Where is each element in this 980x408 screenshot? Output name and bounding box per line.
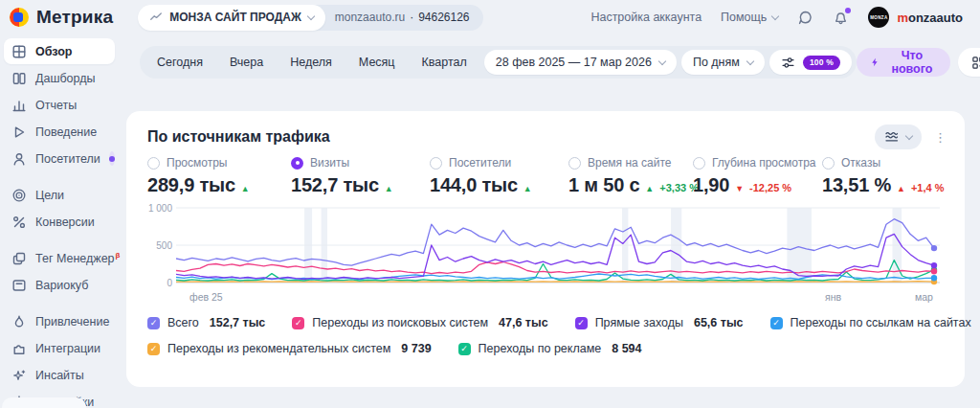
metric-visits[interactable]: Визиты 152,7 тыс▲ [291, 155, 430, 196]
metric-bounces[interactable]: Отказы 13,51 %▲+1,4 % [822, 155, 944, 196]
whats-new-button[interactable]: Что нового [857, 48, 950, 77]
sidebar-item-label: Дашборды [35, 72, 96, 85]
dot-separator: · [410, 11, 413, 24]
legend-label: Переходы по рекламе [479, 342, 602, 355]
range-yesterday[interactable]: Вчера [217, 56, 276, 69]
top-header: Метрика МОНЗА САЙТ ПРОДАЖ monzaauto.ru ·… [0, 0, 980, 34]
granularity-value: По дням [693, 56, 740, 69]
counter-domain[interactable]: monzaauto.ru [335, 11, 405, 24]
metrics-row: Просмотры 289,9 тыс▲ Визиты 152,7 тыс▲ П… [147, 155, 944, 196]
legend-item-search[interactable]: ✓ Переходы из поисковых систем 47,6 тыс [292, 316, 547, 329]
trend-up-icon: ▲ [645, 184, 654, 193]
legend-item-ads[interactable]: ✓ Переходы по рекламе 8 594 [458, 342, 642, 355]
trend-line-icon [149, 11, 163, 24]
sidebar-item-variocube[interactable]: Вариокуб [4, 272, 115, 298]
metric-time-on-site[interactable]: Время на сайте 1 м 50 с▲+3,33 % [568, 155, 693, 196]
sidebar-item-label: Интеграции [35, 342, 100, 355]
range-week[interactable]: Неделя [278, 56, 345, 69]
sidebar-item-insights[interactable]: Инсайты [4, 362, 115, 388]
sidebar-item-visitors[interactable]: Посетители [4, 146, 115, 171]
tag-manager-icon [11, 251, 27, 266]
sidebar-item-dashboards[interactable]: Дашборды [4, 65, 115, 91]
radio-on-icon[interactable] [291, 157, 303, 170]
legend-item-recommendations[interactable]: ✓ Переходы из рекомендательных систем 9 … [147, 342, 432, 355]
sidebar-item-tag-manager[interactable]: Тег Менеджерβ [4, 245, 115, 271]
checkbox-checked-icon: ✓ [575, 317, 588, 329]
checkbox-checked-icon: ✓ [770, 317, 783, 329]
legend-item-links[interactable]: ✓ Переходы по ссылкам на сайтах 12,4 тыс [770, 316, 980, 329]
chevron-down-icon [746, 57, 754, 64]
chart-canvas [176, 204, 940, 286]
metric-label: Отказы [841, 156, 880, 170]
counter-dropdown[interactable]: МОНЗА САЙТ ПРОДАЖ [138, 5, 325, 31]
sidebar-footer-panel [2, 397, 86, 408]
account-settings-link[interactable]: Настройка аккаунта [590, 11, 702, 24]
sidebar-item-integrations[interactable]: Интеграции [4, 335, 115, 361]
chat-button[interactable] [797, 10, 813, 26]
radio-off-icon[interactable] [822, 157, 835, 170]
trend-up-icon: ▲ [241, 184, 250, 193]
radio-off-icon[interactable] [147, 157, 160, 170]
metric-pageviews[interactable]: Просмотры 289,9 тыс▲ [147, 155, 291, 196]
legend-item-direct[interactable]: ✓ Прямые заходы 65,6 тыс [575, 316, 744, 329]
y-tick-label: 0 [167, 278, 172, 288]
add-button[interactable]: Добавить [958, 48, 980, 77]
line-chart[interactable] [176, 204, 940, 286]
legend-item-total[interactable]: ✓ Всего 152,7 тыс [147, 316, 265, 329]
sidebar-item-goals[interactable]: Цели [4, 182, 115, 208]
sampling-button[interactable]: 100 % [769, 50, 852, 75]
sparkle-icon [11, 368, 27, 383]
x-axis-labels: фев 25янвмар [180, 288, 944, 304]
check-icon: ✓ [150, 318, 158, 328]
check-icon: ✓ [772, 318, 780, 328]
metrica-logo[interactable]: Метрика [10, 7, 113, 28]
card-kebab-button[interactable]: ⋮ [931, 130, 949, 145]
help-menu[interactable]: Помощь [721, 11, 778, 24]
metric-label: Посетители [449, 156, 511, 170]
grid-icon [11, 44, 27, 59]
sidebar-item-label: Привлечение [35, 315, 109, 329]
app-name: Метрика [36, 7, 113, 28]
legend-label: Всего [167, 316, 199, 329]
sidebar-item-label: Инсайты [35, 369, 84, 382]
checkbox-checked-icon: ✓ [147, 317, 160, 329]
puzzle-icon [11, 341, 27, 356]
granularity-select[interactable]: По дням [681, 50, 765, 75]
trend-up-icon: ▲ [523, 184, 532, 193]
date-range-picker[interactable]: 28 фев 2025 — 17 мар 2026 [484, 50, 677, 75]
line-chart-icon [884, 130, 900, 144]
checkbox-checked-icon: ✓ [292, 317, 304, 329]
user-name: monzaauto [897, 11, 963, 25]
trend-up-icon: ▲ [385, 184, 393, 193]
sidebar-item-conversions[interactable]: Конверсии [4, 209, 115, 235]
radio-off-icon[interactable] [568, 157, 581, 170]
metric-value: 1,90 [693, 174, 729, 196]
notifications-button[interactable] [833, 10, 849, 26]
range-month[interactable]: Месяц [346, 56, 408, 69]
chevron-down-icon [905, 131, 913, 139]
legend-value: 47,6 тыс [499, 316, 548, 329]
metrica-logo-icon [10, 8, 29, 27]
legend-label: Переходы по ссылкам на сайтах [791, 316, 971, 329]
metric-value: 144,0 тыс [430, 174, 518, 196]
sidebar: Обзор Дашборды Отчеты Поведение Посетите… [0, 34, 119, 408]
bar-chart-icon [11, 98, 27, 113]
user-menu[interactable]: MONZA monzaauto [868, 7, 963, 28]
sidebar-item-overview[interactable]: Обзор [4, 38, 115, 64]
y-axis-labels: 1 0005000 [147, 204, 176, 286]
metric-depth[interactable]: Глубина просмотра 1,90▼-12,25 % [693, 155, 822, 196]
sidebar-item-behavior[interactable]: Поведение [4, 119, 115, 145]
chart-block: 1 0005000 фев 25янвмар [147, 204, 944, 304]
sidebar-item-reports[interactable]: Отчеты [4, 92, 115, 118]
range-today[interactable]: Сегодня [145, 56, 215, 69]
radio-off-icon[interactable] [693, 157, 705, 170]
range-quarter[interactable]: Квартал [410, 56, 479, 69]
chart-type-select[interactable] [875, 125, 922, 149]
x-tick-label: янв [825, 291, 841, 303]
radio-off-icon[interactable] [430, 157, 442, 170]
metric-users[interactable]: Посетители 144,0 тыс▲ [430, 155, 568, 196]
sidebar-item-attraction[interactable]: Привлечение [4, 308, 115, 334]
counter-meta: monzaauto.ru · 94626126 [325, 11, 483, 24]
legend-row-2: ✓ Переходы из рекомендательных систем 9 … [147, 342, 944, 355]
metric-label: Время на сайте [588, 156, 671, 170]
